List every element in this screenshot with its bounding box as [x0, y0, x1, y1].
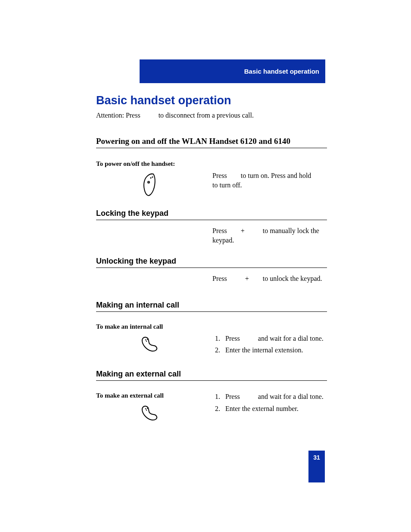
handset-call-icon	[140, 336, 159, 353]
external-icon-cell	[96, 403, 204, 422]
external-step1-b: and wait for a dial tone.	[258, 393, 324, 400]
section-heading-powering: Powering on and off the WLAN Handset 612…	[96, 137, 327, 148]
external-left: To make an external call	[96, 392, 204, 422]
svg-point-9	[146, 410, 147, 411]
locking-text-1: Press	[212, 227, 227, 234]
external-steps: Press and wait for a dial tone. Enter th…	[212, 392, 327, 422]
page-number-box: 31	[308, 451, 325, 482]
svg-point-7	[145, 408, 146, 409]
section-heading-internal: Making an internal call	[96, 301, 327, 312]
attention-prefix: Attention: Press	[96, 112, 140, 119]
section-heading-external: Making an external call	[96, 370, 327, 381]
unlocking-text-2: to unlock the keypad.	[263, 275, 322, 282]
internal-step1-a: Press	[225, 335, 240, 342]
unlocking-plus: +	[245, 275, 249, 282]
unlocking-text: Press + to unlock the keypad.	[212, 274, 327, 283]
sub-label-internal: To make an internal call	[96, 323, 327, 330]
external-row: To make an external call Press and wa	[96, 392, 327, 422]
power-text-1: Press	[212, 172, 227, 179]
power-icon-cell	[96, 171, 204, 197]
sub-label-power: To power on/off the handset:	[96, 160, 327, 168]
unlocking-left-empty	[96, 274, 204, 283]
internal-step-1: Press and wait for a dial tone.	[222, 334, 327, 343]
unlocking-row: Press + to unlock the keypad.	[96, 274, 327, 283]
svg-point-3	[148, 182, 149, 183]
external-step1-a: Press	[225, 393, 240, 400]
svg-point-1	[152, 176, 153, 177]
section-heading-locking: Locking the keypad	[96, 209, 327, 220]
page-title: Basic handset operation	[96, 94, 327, 107]
svg-point-6	[146, 341, 147, 342]
page-number: 31	[313, 454, 320, 461]
locking-left-empty	[96, 226, 204, 245]
locking-text-2: to manually lock the keypad.	[212, 227, 319, 244]
handset-power-icon	[141, 173, 159, 197]
section-heading-unlocking: Unlocking the keypad	[96, 257, 327, 268]
external-step-1: Press and wait for a dial tone.	[222, 392, 327, 401]
locking-row: Press + to manually lock the keypad.	[96, 226, 327, 245]
internal-icon-cell	[96, 334, 204, 358]
locking-text: Press + to manually lock the keypad.	[212, 226, 327, 245]
attention-suffix: to disconnect from a previous call.	[159, 112, 254, 119]
svg-point-0	[150, 177, 151, 178]
power-text-2: to turn on. Press and hold	[241, 172, 311, 179]
external-step-2: Enter the external number.	[222, 404, 327, 414]
attention-line: Attention: Press to disconnect from a pr…	[96, 112, 327, 119]
svg-point-4	[145, 339, 146, 340]
power-row: Press to turn on. Press and hold to turn…	[96, 171, 327, 197]
handset-call-icon	[140, 404, 159, 422]
internal-steps: Press and wait for a dial tone. Enter th…	[212, 334, 327, 358]
unlocking-text-1: Press	[212, 275, 227, 282]
internal-step-2: Enter the internal extension.	[222, 345, 327, 355]
sub-label-external: To make an external call	[96, 392, 204, 399]
locking-plus: +	[241, 227, 245, 234]
page: Basic handset operation Basic handset op…	[0, 0, 411, 532]
svg-point-5	[147, 339, 148, 340]
internal-step1-b: and wait for a dial tone.	[258, 335, 324, 342]
power-text-3: to turn off.	[212, 181, 242, 189]
running-header-text: Basic handset operation	[244, 68, 319, 75]
internal-row: Press and wait for a dial tone. Enter th…	[96, 334, 327, 358]
header-band: Basic handset operation	[140, 59, 325, 83]
power-text: Press to turn on. Press and hold to turn…	[212, 171, 327, 197]
svg-point-8	[147, 408, 148, 409]
content-area: Basic handset operation Attention: Press…	[96, 94, 327, 429]
